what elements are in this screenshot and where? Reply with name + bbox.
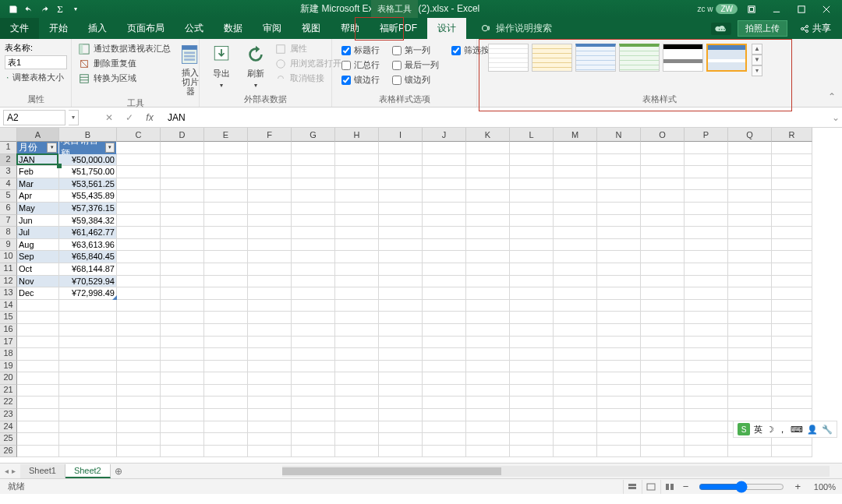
cell[interactable] <box>379 385 423 397</box>
cell[interactable] <box>728 178 772 191</box>
cell[interactable] <box>292 385 335 397</box>
cell[interactable] <box>17 312 59 324</box>
cell[interactable] <box>292 239 335 252</box>
cell[interactable] <box>772 446 812 458</box>
formula-input[interactable] <box>157 110 830 125</box>
cell[interactable] <box>379 178 423 191</box>
row-header[interactable]: 16 <box>0 324 17 337</box>
add-sheet-icon[interactable]: ⊕ <box>111 466 126 477</box>
zoom-in-icon[interactable]: + <box>791 481 805 492</box>
cell[interactable] <box>510 178 554 191</box>
cell[interactable] <box>772 190 812 203</box>
autosum-icon[interactable]: Σ <box>53 2 67 16</box>
cell[interactable] <box>597 409 641 421</box>
cell[interactable] <box>641 287 685 300</box>
cell[interactable] <box>641 397 685 409</box>
cell[interactable] <box>292 361 335 373</box>
cell[interactable] <box>597 397 641 409</box>
cell[interactable] <box>161 300 204 312</box>
cell[interactable] <box>685 190 728 203</box>
cell[interactable] <box>161 203 204 215</box>
cell[interactable] <box>466 166 510 178</box>
cell[interactable] <box>59 433 117 446</box>
zoom-slider[interactable] <box>699 481 784 493</box>
cell[interactable] <box>554 251 597 263</box>
cell[interactable]: ¥61,462.77 <box>59 227 117 239</box>
cell[interactable]: Aug <box>17 239 59 252</box>
style-thumb[interactable] <box>619 44 660 72</box>
column-header[interactable]: D <box>161 128 204 142</box>
column-header[interactable]: P <box>685 128 728 142</box>
cell[interactable] <box>554 324 597 337</box>
cell[interactable] <box>728 409 772 421</box>
cell[interactable] <box>292 178 335 191</box>
cell[interactable] <box>728 337 772 349</box>
row-header[interactable]: 25 <box>0 433 17 446</box>
cell[interactable] <box>248 154 292 167</box>
ime-moon-icon[interactable]: ☽ <box>766 425 774 435</box>
cell[interactable] <box>117 361 161 373</box>
cell[interactable] <box>17 348 59 361</box>
style-thumb[interactable] <box>663 44 703 72</box>
cell[interactable] <box>379 190 423 203</box>
cell[interactable] <box>248 337 292 349</box>
cell[interactable] <box>554 142 597 154</box>
cell[interactable] <box>335 300 379 312</box>
cell[interactable] <box>423 421 466 434</box>
cell[interactable] <box>248 166 292 178</box>
cell[interactable] <box>292 251 335 263</box>
tab-公式[interactable]: 公式 <box>175 18 214 39</box>
cell[interactable] <box>117 397 161 409</box>
horizontal-scrollbar[interactable] <box>126 466 842 477</box>
cell[interactable]: 月份▾ <box>17 142 59 154</box>
cell[interactable] <box>510 276 554 288</box>
cell[interactable] <box>554 203 597 215</box>
cell[interactable] <box>641 433 685 446</box>
cell[interactable] <box>335 433 379 446</box>
cell[interactable] <box>204 203 248 215</box>
cell[interactable] <box>423 203 466 215</box>
cell[interactable] <box>248 421 292 434</box>
collapse-ribbon-icon[interactable]: ⌃ <box>828 91 836 102</box>
cell[interactable] <box>161 372 204 385</box>
cell[interactable] <box>204 166 248 178</box>
cell[interactable] <box>641 239 685 252</box>
cell[interactable] <box>248 190 292 203</box>
cell[interactable] <box>772 361 812 373</box>
cell[interactable] <box>597 263 641 276</box>
row-header[interactable]: 18 <box>0 348 17 361</box>
cell[interactable] <box>772 385 812 397</box>
cell[interactable] <box>248 287 292 300</box>
cell[interactable] <box>292 397 335 409</box>
cell[interactable] <box>17 421 59 434</box>
cell[interactable] <box>728 154 772 167</box>
cell[interactable] <box>117 421 161 434</box>
column-header[interactable]: K <box>466 128 510 142</box>
cell[interactable] <box>685 300 728 312</box>
close-icon[interactable] <box>815 1 837 18</box>
cell[interactable] <box>772 142 812 154</box>
cell[interactable]: ¥70,529.94 <box>59 276 117 288</box>
page-layout-view-icon[interactable] <box>642 480 660 494</box>
cell[interactable] <box>728 361 772 373</box>
cell[interactable] <box>597 215 641 227</box>
cell[interactable] <box>466 300 510 312</box>
cell[interactable] <box>728 324 772 337</box>
cell[interactable] <box>204 300 248 312</box>
filter-dropdown-icon[interactable]: ▾ <box>105 143 115 153</box>
cell[interactable] <box>510 337 554 349</box>
banded-rows-checkbox[interactable]: 镶边行 <box>340 73 381 86</box>
cell[interactable] <box>335 446 379 458</box>
cell[interactable] <box>59 409 117 421</box>
cell[interactable] <box>510 251 554 263</box>
cell[interactable] <box>204 385 248 397</box>
cell[interactable] <box>641 300 685 312</box>
cell[interactable] <box>161 142 204 154</box>
cell[interactable] <box>204 263 248 276</box>
row-header[interactable]: 23 <box>0 409 17 421</box>
cell[interactable] <box>335 154 379 167</box>
cell[interactable] <box>597 446 641 458</box>
cell[interactable] <box>554 178 597 191</box>
convert-to-range-button[interactable]: 转换为区域 <box>76 72 173 85</box>
cell[interactable] <box>510 361 554 373</box>
